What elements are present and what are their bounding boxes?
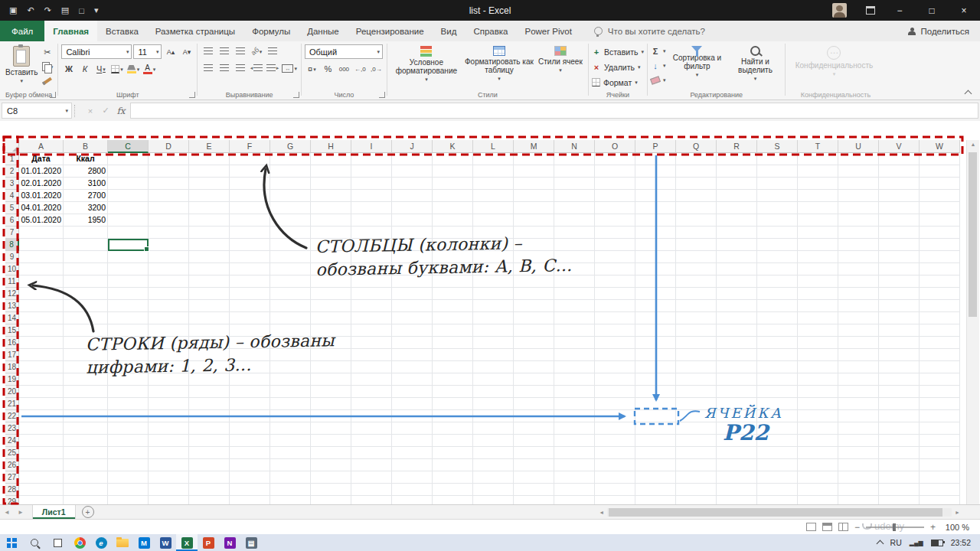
cell-S28[interactable] [757,484,798,496]
open-icon[interactable]: ▤ [61,5,69,15]
redo-icon[interactable]: ↷ [44,5,51,15]
cell-J29[interactable] [392,496,433,504]
row-header-3[interactable]: 3 [5,178,19,190]
cell-P23[interactable] [635,422,676,435]
cell-T10[interactable] [798,263,838,276]
cell-B2[interactable]: 2800 [64,165,108,178]
hscroll-track[interactable] [607,508,952,517]
cell-S14[interactable] [757,312,798,324]
taskbar-word[interactable]: W [155,534,176,551]
cell-S27[interactable] [757,471,798,484]
cell-N2[interactable] [554,165,595,178]
cell-Q25[interactable] [676,447,717,459]
decrease-font-button[interactable]: А▾ [179,45,194,59]
cell-S19[interactable] [757,373,798,386]
column-header-S[interactable]: S [757,140,798,153]
cell-G28[interactable] [270,484,311,496]
cell-R19[interactable] [717,373,757,386]
number-format-combo[interactable]: Общий ▾ [305,44,383,59]
cell-U1[interactable] [838,153,879,165]
cell-B22[interactable] [64,410,108,422]
cell-O18[interactable] [595,361,635,373]
cell-A26[interactable] [19,459,64,471]
row-header-15[interactable]: 15 [5,324,19,337]
cell-H6[interactable] [311,214,351,227]
cell-K29[interactable] [433,496,473,504]
cell-S9[interactable] [757,251,798,263]
cell-K19[interactable] [433,373,473,386]
cell-V28[interactable] [879,484,920,496]
cell-A24[interactable] [19,435,64,447]
merge-center-button[interactable]: ↔▾ [281,61,298,75]
taskbar-chrome[interactable] [69,534,90,551]
column-header-Q[interactable]: Q [676,140,717,153]
cell-C3[interactable] [108,178,149,190]
sheet-nav-right-icon[interactable]: ► [14,509,28,516]
view-normal-button[interactable] [806,523,816,531]
cell-L20[interactable] [473,386,514,398]
cell-K24[interactable] [433,435,473,447]
cell-N18[interactable] [554,361,595,373]
cell-B5[interactable]: 3200 [64,202,108,214]
cell-M12[interactable] [514,288,554,300]
cell-T17[interactable] [798,349,838,361]
cell-T15[interactable] [798,324,838,337]
cell-T13[interactable] [798,300,838,312]
cell-K25[interactable] [433,447,473,459]
cell-P8[interactable] [635,239,676,251]
cell-R27[interactable] [717,471,757,484]
cell-P22[interactable] [635,410,676,422]
cell-I2[interactable] [351,165,392,178]
cell-A21[interactable] [19,398,64,410]
cell-N15[interactable] [554,324,595,337]
cell-U22[interactable] [838,410,879,422]
cell-W15[interactable] [920,324,960,337]
column-header-W[interactable]: W [920,140,960,153]
cell-A15[interactable] [19,324,64,337]
cell-M21[interactable] [514,398,554,410]
close-button[interactable]: × [948,0,980,21]
cell-J5[interactable] [392,202,433,214]
cell-B29[interactable] [64,496,108,504]
cell-V21[interactable] [879,398,920,410]
cell-T3[interactable] [798,178,838,190]
cell-L17[interactable] [473,349,514,361]
cell-T5[interactable] [798,202,838,214]
cell-T16[interactable] [798,337,838,349]
cell-K4[interactable] [433,190,473,202]
share-button[interactable]: Поделиться [908,21,980,41]
cell-I25[interactable] [351,447,392,459]
cell-A11[interactable] [19,276,64,288]
row-header-23[interactable]: 23 [5,422,19,435]
cell-H20[interactable] [311,386,351,398]
cell-D5[interactable] [149,202,189,214]
cell-Q13[interactable] [676,300,717,312]
cell-P5[interactable] [635,202,676,214]
cell-K3[interactable] [433,178,473,190]
cell-D6[interactable] [149,214,189,227]
cell-B25[interactable] [64,447,108,459]
cell-T29[interactable] [798,496,838,504]
cell-K20[interactable] [433,386,473,398]
cell-N22[interactable] [554,410,595,422]
cell-H28[interactable] [311,484,351,496]
cell-Q16[interactable] [676,337,717,349]
row-header-17[interactable]: 17 [5,349,19,361]
cell-P21[interactable] [635,398,676,410]
row-header-5[interactable]: 5 [5,202,19,214]
cell-L2[interactable] [473,165,514,178]
font-name-combo[interactable]: Calibri ▾ [61,44,132,59]
row-header-25[interactable]: 25 [5,447,19,459]
cell-V12[interactable] [879,288,920,300]
clear-button[interactable]: ▾ [651,73,666,86]
orientation-button[interactable]: аб▾ [249,44,263,58]
cell-P26[interactable] [635,459,676,471]
cell-F20[interactable] [230,386,270,398]
cell-T11[interactable] [798,276,838,288]
cell-J27[interactable] [392,471,433,484]
cell-E5[interactable] [189,202,230,214]
cell-V11[interactable] [879,276,920,288]
cell-D1[interactable] [149,153,189,165]
copy-button[interactable]: ▾ [40,60,54,73]
cell-V13[interactable] [879,300,920,312]
